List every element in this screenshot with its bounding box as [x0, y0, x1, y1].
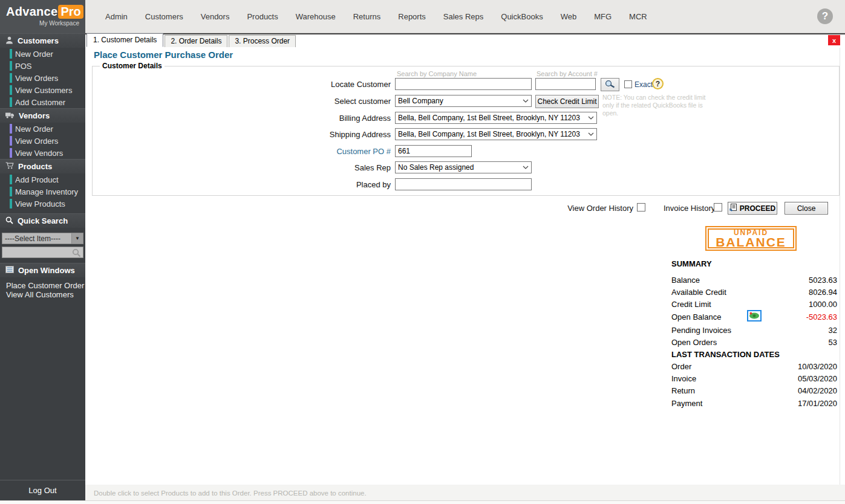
nav-sales-reps[interactable]: Sales Reps — [443, 12, 483, 21]
sidebar-section-customers[interactable]: Customers — [0, 33, 85, 48]
window-list-icon — [5, 266, 14, 275]
nav-reports[interactable]: Reports — [398, 12, 426, 21]
main-content: 1. Customer Details 2. Order Details 3. … — [85, 33, 845, 504]
company-search-input[interactable] — [395, 78, 532, 90]
money-icon[interactable] — [747, 310, 762, 321]
shipping-address-dropdown[interactable]: Bella, Bell Company, 1st Bell Street, Br… — [395, 128, 597, 140]
help-glyph: ? — [822, 10, 828, 22]
date-label: Order — [671, 362, 691, 371]
view-order-history-label: View Order History — [545, 204, 633, 213]
select-customer-dropdown[interactable]: Bell Company — [395, 95, 532, 107]
sales-rep-label: Sales Rep — [270, 163, 391, 172]
proceed-button[interactable]: PROCEED — [728, 202, 777, 215]
tab-order-details[interactable]: 2. Order Details — [165, 35, 227, 47]
nav-admin[interactable]: Admin — [105, 12, 128, 21]
customer-po-label: Customer PO # — [270, 147, 391, 156]
date-label: Payment — [671, 399, 702, 408]
nav-warehouse[interactable]: Warehouse — [296, 12, 336, 21]
search-icon[interactable] — [72, 248, 81, 260]
locate-customer-label: Locate Customer — [270, 80, 391, 89]
sidebar-item-view-products[interactable]: View Products — [0, 198, 85, 210]
check-credit-limit-button[interactable]: Check Credit Limit — [535, 95, 599, 108]
billing-address-dropdown[interactable]: Bella, Bell Company, 1st Bell Street, Br… — [395, 112, 597, 124]
date-row-payment: Payment 17/01/2020 — [671, 396, 837, 410]
account-search-input[interactable] — [535, 78, 596, 90]
chevron-down-icon — [586, 132, 596, 136]
sidebar-section-products[interactable]: Products — [0, 159, 85, 173]
nav-returns[interactable]: Returns — [353, 12, 381, 21]
logout-button[interactable]: Log Out — [0, 480, 85, 500]
customer-po-input[interactable] — [395, 145, 472, 157]
sidebar-item-view-orders[interactable]: View Orders — [0, 72, 85, 84]
sidebar-item-view-customers[interactable]: View Customers — [0, 84, 85, 96]
locate-search-button[interactable] — [601, 78, 619, 91]
chevron-down-icon[interactable]: ▼ — [71, 233, 83, 244]
sidebar-item-label: View Orders — [15, 74, 58, 83]
sidebar-item-label: New Order — [15, 50, 53, 59]
sales-rep-dropdown[interactable]: No Sales Rep assigned — [395, 161, 532, 173]
help-icon[interactable]: ? — [817, 8, 833, 24]
date-label: Return — [671, 386, 695, 395]
nav-mcr[interactable]: MCR — [629, 12, 647, 21]
sidebar-section-open-windows: Open Windows — [0, 263, 85, 277]
unpaid-balance-stamp: UNPAID BALANCE — [705, 226, 797, 251]
nav-customers[interactable]: Customers — [145, 12, 183, 21]
chevron-down-icon — [520, 99, 531, 103]
locate-help-icon[interactable]: ? — [652, 78, 664, 89]
page-title: Place Customer Purchase Order — [94, 50, 233, 60]
open-window-view-all-customers[interactable]: View All Customers — [0, 290, 85, 299]
summary-label: Pending Invoices — [671, 326, 731, 335]
sidebar-item-customers-new-order[interactable]: New Order — [0, 48, 85, 60]
summary-row-pending-invoices: Pending Invoices 32 — [671, 324, 837, 336]
sidebar-item-vendors-view-orders[interactable]: View Orders — [0, 135, 85, 147]
summary-label: Open Orders — [671, 338, 717, 347]
billing-address-value: Bella, Bell Company, 1st Bell Street, Br… — [396, 114, 586, 122]
summary-value: 53 — [829, 338, 837, 347]
view-order-history-checkbox[interactable] — [637, 203, 645, 212]
truck-icon — [5, 111, 15, 120]
sidebar-item-vendors-new-order[interactable]: New Order — [0, 123, 85, 135]
quick-search-select-value: ----Select Item---- — [2, 234, 71, 243]
sidebar-item-manage-inventory[interactable]: Manage Inventory — [0, 186, 85, 198]
close-window-button[interactable]: x — [828, 35, 840, 45]
invoice-history-checkbox[interactable] — [714, 203, 722, 212]
placed-by-input[interactable] — [395, 178, 532, 190]
sidebar-item-pos[interactable]: POS — [0, 60, 85, 72]
right-divider — [840, 48, 840, 485]
check-credit-limit-label: Check Credit Limit — [537, 97, 596, 106]
tab-process-order[interactable]: 3. Process Order — [229, 35, 296, 47]
billing-address-label: Billing Address — [270, 114, 391, 123]
status-bar: Double click to select Products to add t… — [85, 485, 845, 501]
nav-web[interactable]: Web — [561, 12, 577, 21]
close-button[interactable]: Close — [785, 202, 828, 215]
shipping-address-value: Bella, Bell Company, 1st Bell Street, Br… — [396, 130, 586, 138]
nav-mfg[interactable]: MFG — [594, 12, 612, 21]
nav-products[interactable]: Products — [247, 12, 278, 21]
nav-quickbooks[interactable]: QuickBooks — [501, 12, 543, 21]
sidebar-section-quick-search: Quick Search — [0, 213, 85, 228]
open-window-place-customer-order[interactable]: Place Customer Order — [0, 281, 85, 290]
logo-pro-badge: Pro — [58, 5, 83, 19]
sidebar-item-add-customer[interactable]: Add Customer — [0, 96, 85, 108]
exact-checkbox[interactable] — [624, 80, 632, 88]
tab-customer-details[interactable]: 1. Customer Details — [86, 33, 163, 47]
nav-vendors[interactable]: Vendors — [201, 12, 230, 21]
quick-search-input[interactable] — [2, 247, 83, 258]
logout-label: Log Out — [28, 486, 56, 495]
sidebar-section-vendors[interactable]: Vendors — [0, 108, 85, 123]
tab-strip: 1. Customer Details 2. Order Details 3. … — [86, 34, 297, 47]
sidebar-item-add-product[interactable]: Add Product — [0, 173, 85, 186]
sidebar: Customers New Order POS View Orders View… — [0, 33, 85, 500]
summary-value: 5023.63 — [809, 276, 837, 285]
app-logo[interactable]: Advance Pro My Workspace — [0, 0, 85, 33]
summary-label: Available Credit — [671, 288, 726, 297]
quick-search-item-select[interactable]: ----Select Item---- ▼ — [2, 233, 83, 244]
sidebar-section-title: Products — [18, 162, 52, 171]
sidebar-item-view-vendors[interactable]: View Vendors — [0, 147, 85, 159]
date-value: 04/02/2020 — [798, 386, 837, 395]
chevron-down-icon — [520, 166, 531, 169]
sidebar-section-title: Customers — [18, 36, 59, 45]
invoice-history-label: Invoice History — [664, 204, 715, 213]
last-transaction-dates-title: LAST TRANSACTION DATES — [671, 348, 837, 360]
summary-row-available-credit: Available Credit 8026.94 — [671, 286, 837, 298]
